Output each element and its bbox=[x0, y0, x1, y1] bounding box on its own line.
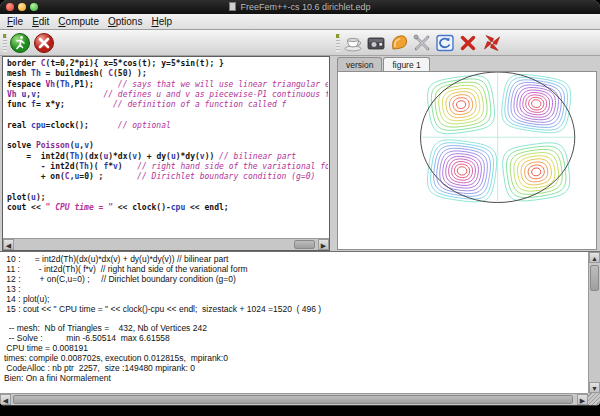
contour-ring bbox=[454, 163, 471, 178]
code-line: func f= x*y; // definition of a function… bbox=[7, 100, 328, 110]
title-bar[interactable]: FreeFem++-cs 10.6 dirichlet.edp bbox=[0, 0, 600, 14]
console-vscrollbar[interactable]: ▲ ▼ bbox=[588, 252, 600, 393]
contour-ring bbox=[448, 93, 474, 116]
scroll-down-icon[interactable]: ▼ bbox=[589, 382, 600, 393]
figure-plot-area bbox=[337, 71, 597, 250]
menu-item-file[interactable]: File bbox=[5, 15, 30, 28]
toolbar bbox=[0, 30, 600, 56]
toolbar-grip-left[interactable] bbox=[3, 34, 7, 52]
contour-ring bbox=[499, 72, 573, 136]
code-text[interactable]: border C(t=0,2*pi){ x=5*cos(t); y=5*sin(… bbox=[7, 59, 328, 237]
console-hscroll-thumb[interactable] bbox=[13, 395, 573, 404]
scroll-right-icon[interactable]: ▶ bbox=[318, 239, 329, 250]
contour-plot bbox=[338, 72, 596, 249]
menu-item-help[interactable]: Help bbox=[149, 15, 179, 28]
contour-ring bbox=[528, 96, 545, 111]
code-line: mesh Th = buildmesh( C(50) ); bbox=[7, 69, 328, 79]
contour-lobe-upper-left bbox=[425, 73, 497, 137]
contour-lobe-upper-right bbox=[499, 72, 573, 136]
console-line: 15 : cout << " CPU time = " << clock()-c… bbox=[4, 305, 586, 315]
run-button[interactable] bbox=[9, 32, 31, 54]
editor-hscroll-thumb[interactable] bbox=[294, 240, 315, 249]
contour-ring bbox=[437, 83, 486, 126]
contour-ring bbox=[456, 100, 466, 109]
menu-bar: FileEditComputeOptionsHelp bbox=[0, 14, 600, 30]
coffee-cup-icon[interactable] bbox=[342, 32, 364, 54]
console-text: 10 : = int2d(Th)(dx(u)*dx(v) + dy(u)*dy(… bbox=[4, 255, 586, 391]
console-hscrollbar[interactable]: ◀ ▶ bbox=[0, 393, 588, 405]
resize-grip-icon[interactable] bbox=[588, 393, 600, 405]
document-icon bbox=[229, 2, 236, 11]
tab-bar: versionfigure 1 bbox=[337, 57, 430, 72]
camera-icon[interactable] bbox=[365, 32, 387, 54]
console-vscroll-thumb[interactable] bbox=[590, 265, 599, 291]
contour-ring bbox=[425, 73, 497, 137]
code-line: - int2d(Th)( f*v) // right hand side of … bbox=[7, 162, 328, 172]
pinwheel-icon[interactable] bbox=[481, 32, 503, 54]
code-line: + on(C,u=0) ; // Dirichlet boundary cond… bbox=[7, 172, 328, 182]
scroll-left-icon[interactable]: ◀ bbox=[0, 394, 11, 405]
refresh-icon[interactable] bbox=[434, 32, 456, 54]
contour-ring bbox=[531, 167, 541, 176]
editor-hscrollbar[interactable]: ◀ ▶ bbox=[3, 238, 329, 250]
contour-ring bbox=[433, 80, 490, 130]
contour-ring bbox=[450, 160, 473, 181]
code-line: border C(t=0,2*pi){ x=5*cos(t); y=5*sin(… bbox=[7, 59, 328, 69]
code-editor[interactable]: border C(t=0,2*pi){ x=5*cos(t); y=5*sin(… bbox=[2, 56, 330, 251]
code-line: Vh u,v; // defines u and v as piecewise-… bbox=[7, 90, 328, 100]
code-line: cout << " CPU time = " << clock()-cpu <<… bbox=[7, 203, 328, 213]
console-line: 13 : bbox=[4, 285, 586, 295]
contour-ring bbox=[531, 99, 541, 108]
app-window: FreeFem++-cs 10.6 dirichlet.edp FileEdit… bbox=[0, 0, 600, 406]
contour-ring bbox=[525, 94, 548, 114]
close-red-x-icon[interactable] bbox=[457, 32, 479, 54]
console-output: 10 : = int2d(Th)(dx(u)*dx(v) + dy(u)*dy(… bbox=[0, 251, 600, 405]
toolbar-grip-right[interactable] bbox=[336, 34, 340, 52]
tab-figure-1[interactable]: figure 1 bbox=[383, 57, 429, 72]
contour-lobe-lower-left bbox=[425, 137, 500, 205]
menu-item-compute[interactable]: Compute bbox=[56, 15, 106, 28]
code-line: solve Poisson(u,v) bbox=[7, 141, 328, 151]
code-line bbox=[7, 183, 328, 193]
contour-ring bbox=[515, 85, 557, 122]
contour-ring bbox=[512, 83, 561, 125]
contour-ring bbox=[452, 97, 470, 113]
contour-ring bbox=[425, 137, 500, 205]
menu-item-options[interactable]: Options bbox=[106, 15, 149, 28]
menu-item-edit[interactable]: Edit bbox=[30, 15, 56, 28]
scroll-left-icon[interactable]: ◀ bbox=[3, 239, 14, 250]
contour-ring bbox=[508, 147, 565, 197]
tools-icon[interactable] bbox=[411, 32, 433, 54]
contour-ring bbox=[523, 161, 549, 184]
freefem-logo-icon[interactable] bbox=[388, 32, 410, 54]
graphics-pane: versionfigure 1 bbox=[336, 56, 598, 251]
code-line: = int2d(Th)(dx(u)*dx(v) + dy(u)*dy(v)) /… bbox=[7, 152, 328, 162]
code-line bbox=[7, 131, 328, 141]
console-line: Bien: On a fini Normalement bbox=[4, 374, 586, 384]
code-line bbox=[7, 110, 328, 120]
code-line: plot(u); bbox=[7, 193, 328, 203]
contour-ring bbox=[441, 151, 484, 190]
contour-ring bbox=[438, 149, 487, 194]
main-split: border C(t=0,2*pi){ x=5*cos(t); y=5*sin(… bbox=[0, 56, 600, 251]
code-line: fespace Vh(Th,P1); // says that we will … bbox=[7, 80, 328, 90]
window-title: FreeFem++-cs 10.6 dirichlet.edp bbox=[0, 1, 600, 14]
console-line: -- Solve : min -6.50514 max 6.61558 bbox=[4, 334, 586, 344]
stop-button[interactable] bbox=[33, 32, 55, 54]
scroll-right-icon[interactable]: ▶ bbox=[577, 394, 588, 405]
code-line: real cpu=clock(); // optional bbox=[7, 121, 328, 131]
contour-ring bbox=[512, 150, 561, 193]
console-line: 12 : + on(C,u=0) ; // Dirichlet boundary… bbox=[4, 275, 586, 285]
contour-ring bbox=[527, 164, 545, 180]
scroll-up-icon[interactable]: ▲ bbox=[589, 252, 600, 263]
tab-version[interactable]: version bbox=[337, 57, 382, 72]
contour-ring bbox=[457, 166, 467, 176]
